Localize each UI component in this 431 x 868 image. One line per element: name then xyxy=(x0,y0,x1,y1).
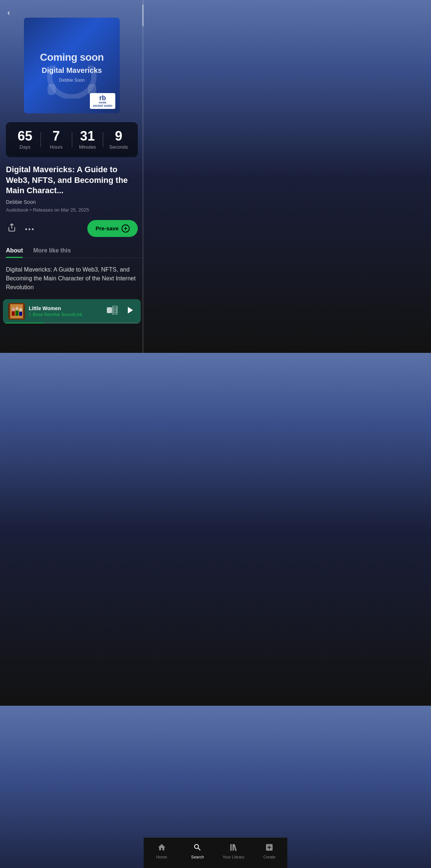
play-icon xyxy=(126,306,134,314)
presave-plus-icon: + xyxy=(122,224,130,233)
svg-point-5 xyxy=(32,228,34,230)
svg-point-3 xyxy=(25,228,27,230)
svg-marker-21 xyxy=(128,307,133,313)
cover-container: Coming soon Digital Mavericks Debbie Soo… xyxy=(0,0,144,122)
now-playing-title: Little Women xyxy=(29,305,103,311)
book-meta: Audiobook • Releases on Mar 25, 2025 xyxy=(0,207,144,213)
back-button[interactable]: ‹ xyxy=(6,7,11,19)
svg-rect-1 xyxy=(48,84,56,95)
days-value: 65 xyxy=(18,130,32,143)
tabs-row: About More like this xyxy=(0,247,144,258)
book-title: Digital Mavericks: A Guide to Web3, NFTS… xyxy=(0,164,144,196)
hours-value: 7 xyxy=(53,130,60,143)
svg-point-11 xyxy=(15,307,18,311)
now-playing-device: ᛒ Bose Revolve SoundLink xyxy=(29,312,103,317)
now-playing-bar[interactable]: Little Women ᛒ Bose Revolve SoundLink xyxy=(3,299,141,323)
svg-rect-14 xyxy=(19,312,22,316)
svg-point-19 xyxy=(114,308,116,310)
bottom-spacer xyxy=(0,323,144,353)
svg-rect-12 xyxy=(15,311,18,316)
minutes-label: Minutes xyxy=(79,144,96,150)
book-type: Audiobook xyxy=(6,207,28,213)
tab-about[interactable]: About xyxy=(6,247,23,258)
svg-point-13 xyxy=(19,308,22,312)
now-playing-info: Little Women ᛒ Bose Revolve SoundLink xyxy=(29,305,103,317)
countdown-days: 65 Days xyxy=(10,130,41,150)
bluetooth-icon: ᛒ xyxy=(29,312,31,317)
svg-point-20 xyxy=(114,311,116,313)
share-icon xyxy=(7,223,16,232)
scrollbar-thumb xyxy=(142,4,144,26)
speaker-device-icon xyxy=(107,306,118,317)
cover-coming-soon-text: Coming soon xyxy=(40,52,104,63)
minutes-value: 31 xyxy=(80,130,95,143)
progress-bar xyxy=(3,323,141,323)
now-playing-device-name: Bose Revolve SoundLink xyxy=(33,312,82,317)
more-dots-icon xyxy=(25,228,34,230)
countdown-timer: 65 Days 7 Hours 31 Minutes 9 Seconds xyxy=(6,122,138,157)
scrollbar-track xyxy=(142,0,144,353)
book-release-date: Releases on Mar 25, 2025 xyxy=(33,207,89,213)
tab-more-like-this[interactable]: More like this xyxy=(33,247,71,258)
svg-point-4 xyxy=(29,228,31,230)
progress-fill xyxy=(3,323,44,323)
svg-point-9 xyxy=(12,308,15,311)
hours-label: Hours xyxy=(50,144,63,150)
presave-label: Pre-save xyxy=(95,225,119,231)
actions-row: Pre-save + xyxy=(0,220,144,237)
now-playing-album-art xyxy=(8,303,25,320)
countdown-seconds: 9 Seconds xyxy=(103,130,134,150)
book-author: Debbie Soon xyxy=(0,199,144,205)
album-art-graphic xyxy=(8,303,25,320)
days-label: Days xyxy=(20,144,31,150)
svg-rect-10 xyxy=(12,311,15,316)
seconds-value: 9 xyxy=(115,130,122,143)
rb-media-logo: rb media ASCENT AUDIO xyxy=(90,93,115,109)
cover-image: Coming soon Digital Mavericks Debbie Soo… xyxy=(24,18,120,113)
seconds-label: Seconds xyxy=(109,144,128,150)
speaker-icon xyxy=(107,306,118,315)
about-description: Digital Mavericks: A Guide to Web3, NFTS… xyxy=(0,265,144,292)
svg-rect-18 xyxy=(113,307,116,313)
svg-point-0 xyxy=(50,65,94,97)
share-button[interactable] xyxy=(6,222,18,235)
presave-button[interactable]: Pre-save + xyxy=(87,220,138,237)
more-options-button[interactable] xyxy=(24,223,35,234)
countdown-minutes: 31 Minutes xyxy=(72,130,103,150)
rb-media-text: media ASCENT AUDIO xyxy=(93,101,112,107)
now-playing-play-button[interactable] xyxy=(125,305,136,318)
countdown-hours: 7 Hours xyxy=(41,130,72,150)
